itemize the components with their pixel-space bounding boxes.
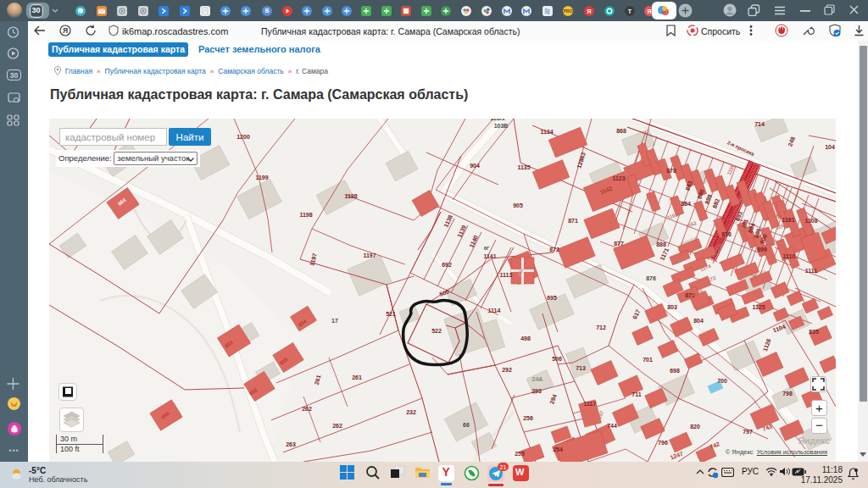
svg-text:262: 262: [302, 406, 312, 412]
svg-text:695: 695: [547, 295, 557, 301]
svg-text:698: 698: [670, 368, 680, 374]
svg-text:1198: 1198: [344, 193, 357, 199]
svg-text:713: 713: [576, 365, 586, 371]
svg-text:1111: 1111: [805, 268, 818, 274]
svg-text:1197: 1197: [363, 252, 376, 258]
svg-text:712: 712: [596, 324, 606, 330]
svg-text:1114: 1114: [488, 308, 501, 313]
svg-text:1200: 1200: [236, 134, 250, 140]
svg-text:Я: Я: [587, 8, 591, 14]
svg-text:1113: 1113: [500, 272, 513, 278]
svg-text:261: 261: [352, 374, 362, 380]
svg-text:872: 872: [549, 247, 559, 252]
svg-text:876: 876: [646, 275, 656, 281]
svg-text:232: 232: [406, 409, 416, 415]
svg-text:522: 522: [431, 328, 442, 334]
svg-text:701: 701: [643, 357, 653, 363]
svg-text:506: 506: [552, 356, 562, 362]
svg-text:66: 66: [463, 422, 470, 428]
svg-text:1198: 1198: [299, 212, 312, 218]
svg-text:263: 263: [286, 441, 296, 447]
svg-text:899: 899: [757, 247, 767, 252]
svg-text:255: 255: [515, 451, 525, 457]
svg-text:1125: 1125: [752, 304, 765, 310]
svg-text:820: 820: [690, 424, 700, 430]
svg-text:1108: 1108: [804, 218, 817, 224]
svg-text:498: 498: [520, 336, 531, 341]
svg-text:128/1: 128/1: [490, 119, 505, 121]
svg-text:B: B: [264, 8, 269, 14]
svg-text:798: 798: [782, 391, 793, 396]
svg-text:744: 744: [607, 423, 617, 429]
svg-text:714: 714: [754, 121, 765, 127]
svg-text:804: 804: [693, 318, 704, 324]
svg-text:254: 254: [553, 446, 563, 452]
svg-text:21: 21: [500, 464, 507, 470]
svg-text:24A: 24A: [532, 376, 543, 382]
svg-text:1135: 1135: [517, 164, 530, 170]
svg-text:1117: 1117: [584, 401, 597, 407]
svg-text:104: 104: [825, 144, 835, 150]
svg-text:521: 521: [386, 311, 396, 317]
svg-text:1123: 1123: [612, 175, 625, 181]
svg-text:17: 17: [331, 318, 338, 324]
svg-text:711: 711: [632, 391, 641, 397]
svg-text:Я: Я: [63, 26, 68, 35]
svg-text:1110: 1110: [783, 253, 796, 259]
svg-text:888: 888: [656, 241, 666, 247]
svg-text:Я: Я: [647, 8, 651, 14]
svg-text:877: 877: [614, 241, 624, 247]
svg-text:262: 262: [332, 423, 342, 429]
svg-text:6Г: 6Г: [484, 246, 490, 251]
svg-text:1141: 1141: [483, 253, 496, 259]
svg-text:103В: 103В: [494, 123, 509, 129]
svg-text:1199: 1199: [255, 175, 268, 180]
svg-text:904: 904: [470, 163, 480, 169]
svg-text:868: 868: [616, 128, 626, 134]
svg-text:692: 692: [442, 262, 452, 268]
svg-text:884: 884: [681, 201, 691, 207]
svg-text:905: 905: [513, 202, 523, 208]
svg-text:PRO: PRO: [563, 9, 572, 14]
svg-text:1134: 1134: [540, 129, 553, 135]
svg-text:856: 856: [721, 231, 732, 237]
svg-text:293: 293: [531, 388, 542, 394]
svg-text:796: 796: [658, 440, 668, 446]
svg-text:797: 797: [743, 429, 753, 435]
svg-text:835: 835: [809, 329, 819, 335]
svg-text:878: 878: [666, 168, 676, 174]
svg-text:871: 871: [568, 218, 578, 224]
svg-text:292: 292: [502, 367, 512, 373]
svg-text:256: 256: [523, 415, 533, 421]
svg-text:700: 700: [717, 378, 727, 384]
svg-text:Т: Т: [627, 8, 632, 14]
svg-text:803: 803: [667, 304, 677, 310]
